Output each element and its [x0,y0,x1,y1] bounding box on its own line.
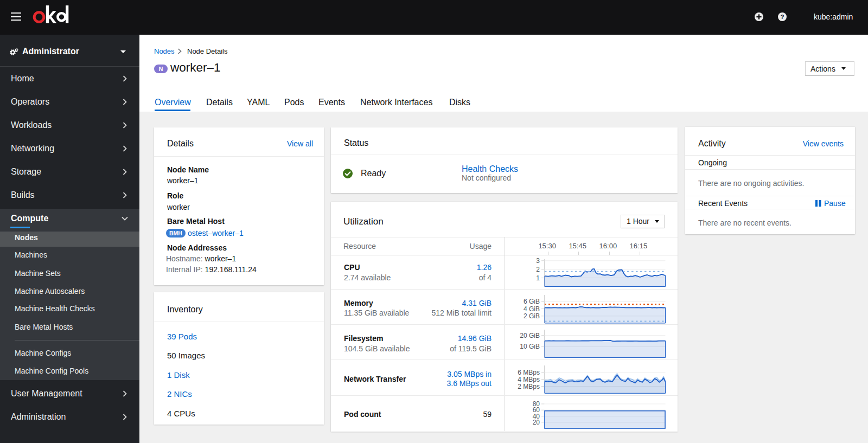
svg-text:?: ? [780,14,784,20]
